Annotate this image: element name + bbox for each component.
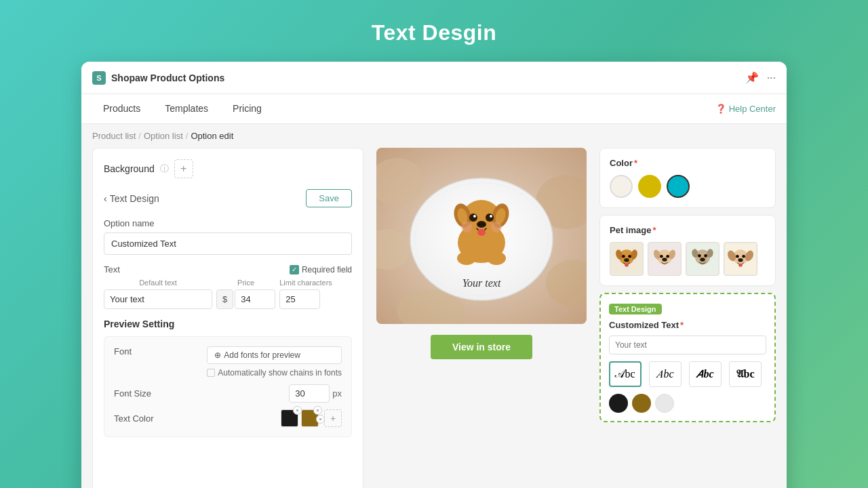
font-size-input[interactable]	[289, 384, 330, 403]
font-controls: ⊕ Add fonts for preview Automatically sh…	[207, 346, 342, 378]
add-fonts-button[interactable]: ⊕ Add fonts for preview	[207, 346, 342, 364]
text-color-swatches: × × × +	[281, 409, 342, 427]
pet-img-2[interactable]	[648, 242, 682, 276]
svg-point-31	[622, 255, 625, 258]
pet-image-title: Pet image*	[610, 225, 766, 235]
font-option-4[interactable]: 𝔄bc	[729, 361, 762, 387]
nav-left: Products Templates Pricing	[92, 96, 273, 122]
font-row: Font ⊕ Add fonts for preview Automatical…	[114, 346, 342, 378]
customized-required-dot: *	[680, 320, 684, 330]
svg-point-53	[736, 255, 739, 258]
help-center-link[interactable]: ❓ Help Center	[715, 104, 776, 114]
svg-point-20	[483, 224, 485, 226]
svg-point-46	[698, 254, 701, 258]
font-option-1[interactable]: 𝒜bc	[609, 361, 642, 387]
font-size-row: Font Size px	[114, 384, 342, 403]
color-circle-cream[interactable]	[610, 175, 633, 198]
limit-input[interactable]	[279, 289, 320, 309]
add-color-button[interactable]: +	[324, 409, 342, 427]
svg-point-33	[624, 258, 629, 262]
product-image-svg: Your text	[376, 148, 587, 324]
add-background-button[interactable]: +	[174, 159, 193, 178]
pet-img-1[interactable]	[610, 242, 644, 276]
color-section: Color*	[599, 148, 776, 208]
pet-img-3[interactable]	[686, 242, 719, 276]
default-text-label: Default text	[104, 279, 212, 287]
text-color-row: Text Color × × × +	[114, 409, 342, 427]
left-panel: Background ⓘ + ‹ Text Design Save Option…	[92, 148, 363, 488]
nav-templates[interactable]: Templates	[154, 96, 219, 122]
remove-color-empty[interactable]: ×	[316, 415, 325, 424]
title-bar-left: S Shopaw Product Options	[92, 71, 224, 85]
svg-point-54	[742, 255, 745, 258]
dollar-sign: $	[216, 289, 233, 309]
back-arrow-icon: ‹	[104, 193, 107, 204]
color-circle-yellow[interactable]	[638, 175, 661, 198]
auto-show-row: Automatically show chains in fonts	[207, 368, 342, 378]
svg-point-15	[486, 214, 494, 222]
back-button[interactable]: ‹ Text Design	[104, 193, 159, 204]
font-option-2[interactable]: 𝐴bc	[649, 361, 682, 387]
pet-image-section: Pet image*	[599, 215, 776, 286]
font-option-3[interactable]: 𝘈bc	[689, 361, 722, 387]
default-text-input[interactable]	[104, 289, 212, 309]
svg-point-17	[490, 215, 492, 218]
text-preview-input[interactable]	[609, 336, 766, 354]
page-title: Text Desgin	[372, 20, 497, 45]
price-input[interactable]	[235, 289, 275, 309]
required-checkbox[interactable]: ✓	[290, 265, 299, 274]
app-logo: S	[92, 71, 106, 85]
auto-show-checkbox[interactable]	[207, 369, 215, 377]
limit-group: Limit characters	[279, 279, 332, 309]
add-circle-icon: ⊕	[214, 350, 221, 360]
svg-point-16	[473, 215, 476, 218]
breadcrumb-option-list[interactable]: Option list	[144, 131, 183, 141]
breadcrumb-sep-1: /	[138, 131, 141, 141]
default-text-group: Default text	[104, 279, 212, 309]
more-icon[interactable]: ···	[767, 72, 776, 84]
text-design-panel: Text Design Customized Text* 𝒜bc 𝐴bc 𝘈bc…	[599, 293, 776, 422]
price-label: Price	[216, 279, 275, 287]
svg-point-23	[491, 222, 502, 232]
pin-icon[interactable]: 📌	[745, 71, 759, 84]
save-button[interactable]: Save	[306, 189, 352, 207]
pet-required-dot: *	[652, 225, 656, 235]
svg-point-14	[469, 214, 477, 222]
color-dot-white[interactable]	[655, 394, 674, 413]
font-options-grid: 𝒜bc 𝐴bc 𝘈bc 𝔄bc	[609, 361, 766, 387]
px-label: px	[332, 388, 342, 399]
breadcrumb: Product list / Option list / Option edit	[81, 124, 787, 148]
option-name-input[interactable]	[104, 232, 352, 255]
help-icon: ❓	[715, 104, 726, 114]
color-dot-gold[interactable]	[632, 394, 651, 413]
nav-products[interactable]: Products	[92, 96, 151, 122]
title-bar-right: 📌 ···	[745, 71, 776, 84]
preview-setting-label: Preview Setting	[104, 319, 352, 329]
svg-point-56	[738, 264, 743, 267]
background-label: Background	[104, 163, 155, 174]
breadcrumb-sep-2: /	[186, 131, 189, 141]
nav-pricing[interactable]: Pricing	[222, 96, 273, 122]
remove-color-gold[interactable]: ×	[313, 406, 322, 415]
text-label: Text	[104, 264, 120, 274]
text-row: Text ✓ Required field	[104, 264, 352, 274]
color-required-dot: *	[634, 158, 637, 168]
pet-img-4[interactable]	[724, 242, 757, 276]
svg-point-24	[457, 251, 476, 265]
color-options	[610, 175, 766, 198]
background-row: Background ⓘ +	[104, 159, 352, 178]
main-content: Background ⓘ + ‹ Text Design Save Option…	[81, 148, 787, 488]
option-name-label: Option name	[104, 218, 352, 228]
breadcrumb-product-list[interactable]: Product list	[92, 131, 136, 141]
svg-point-19	[479, 224, 481, 226]
svg-point-48	[700, 258, 705, 262]
svg-point-32	[628, 255, 631, 258]
view-in-store-button[interactable]: View in store	[431, 335, 532, 359]
app-window: S Shopaw Product Options 📌 ··· Products …	[81, 62, 787, 488]
color-dot-black[interactable]	[609, 394, 628, 413]
svg-point-40	[666, 255, 669, 258]
font-label: Font	[114, 346, 168, 357]
color-circle-teal[interactable]	[667, 175, 690, 198]
color-section-title: Color*	[610, 158, 766, 168]
font-size-label: Font Size	[114, 388, 168, 399]
